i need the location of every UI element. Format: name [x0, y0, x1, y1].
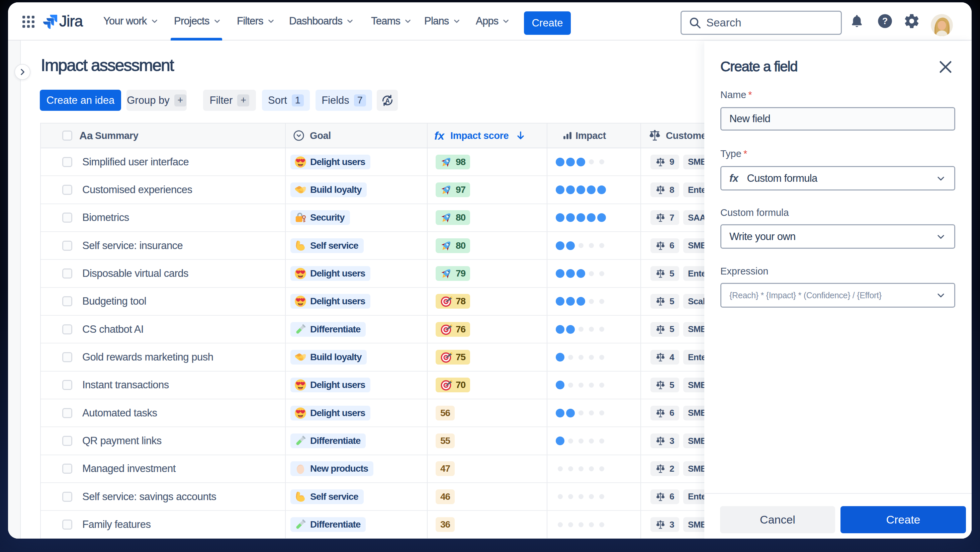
svg-text:A: A — [385, 97, 390, 104]
svg-text:?: ? — [882, 16, 888, 26]
